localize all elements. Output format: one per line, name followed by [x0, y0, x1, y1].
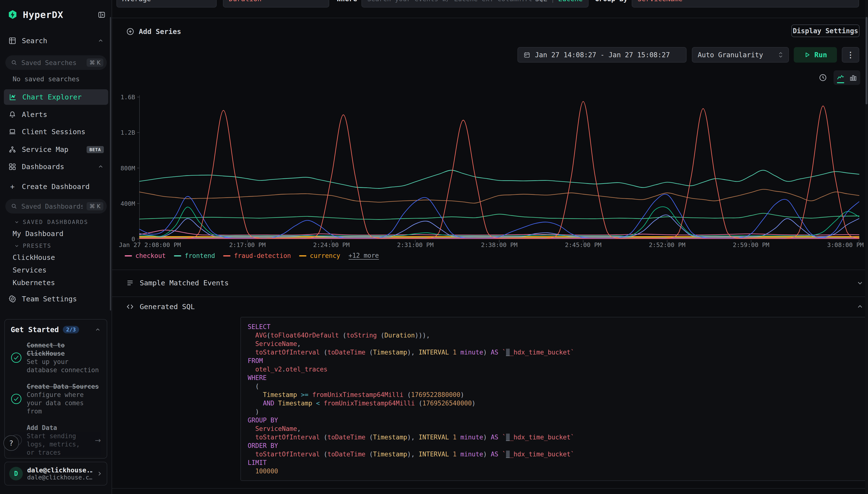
legend-item[interactable]: fraud-detection	[223, 252, 291, 259]
chart-type-switcher	[833, 70, 860, 85]
sidebar-item-label: Alerts	[22, 110, 104, 119]
search-icon	[11, 59, 17, 66]
hyperdx-logo-icon	[7, 10, 18, 20]
sidebar-item-client-sessions[interactable]: Client Sessions	[0, 124, 112, 139]
group-by-input[interactable]: ServiceName	[632, 0, 859, 7]
collapse-sidebar-icon[interactable]	[98, 11, 106, 19]
saved-dashboards-group[interactable]: SAVED DASHBOARDS	[14, 219, 88, 225]
dashboard-item-my-dashboard[interactable]: My Dashboard	[13, 230, 63, 238]
lucene-search-input[interactable]: Search your events w/ Lucene ex: column:…	[362, 0, 589, 7]
calendar-icon	[523, 51, 531, 58]
svg-text:2:52:00 PM: 2:52:00 PM	[649, 242, 686, 248]
dashboards-icon	[8, 163, 17, 171]
task-title: Add Data	[27, 424, 90, 432]
task-add-data[interactable]: 3 Add Data Start sending logs, metrics, …	[11, 424, 101, 457]
chart-explorer-icon	[9, 93, 17, 101]
preset-item-clickhouse[interactable]: ClickHouse	[13, 253, 55, 262]
sidebar-item-dashboards[interactable]: Dashboards	[0, 159, 112, 174]
sql-code: SELECT AVG(toFloat64OrDefault (toString …	[248, 323, 868, 476]
mode-separator: |	[551, 0, 555, 3]
search-icon	[11, 203, 17, 210]
section-title: Generated SQL	[140, 303, 195, 311]
generated-sql-section[interactable]: Generated SQL	[126, 299, 864, 315]
presets-group[interactable]: PRESETS	[14, 243, 52, 249]
create-dashboard-button[interactable]: + Create Dashboard	[0, 179, 112, 194]
svg-text:2:31:00 PM: 2:31:00 PM	[397, 242, 434, 248]
chart-series-checkout	[139, 230, 859, 235]
chevron-down-icon[interactable]	[856, 279, 864, 287]
chevron-up-icon[interactable]	[98, 38, 104, 44]
legend-label: currency	[310, 252, 340, 259]
chevron-down-icon	[205, 0, 211, 2]
line-chart-icon[interactable]	[836, 74, 845, 82]
sidebar-item-alerts[interactable]: Alerts	[0, 107, 112, 122]
no-saved-searches-text: No saved searches	[13, 75, 80, 83]
preset-item-kubernetes[interactable]: Kubernetes	[13, 279, 55, 287]
field-input[interactable]: Duration	[223, 0, 329, 7]
help-button[interactable]: ?	[3, 435, 19, 451]
legend-item[interactable]: frontend	[174, 252, 215, 259]
preset-item-services[interactable]: Services	[13, 266, 46, 274]
run-button[interactable]: Run	[794, 47, 837, 63]
group-label: SAVED DASHBOARDS	[23, 219, 88, 225]
task-title: Create Data Sources	[27, 382, 101, 391]
svg-text:800M: 800M	[120, 165, 135, 172]
plus-icon: +	[8, 183, 17, 191]
user-name: dale@clickhouse.…	[27, 466, 92, 474]
sql-mode-toggle[interactable]: SQL	[535, 0, 547, 3]
timeseries-chart[interactable]: 0400M800M1.2B1.6BJan 27 2:08:00 PM2:17:0…	[119, 92, 864, 259]
avatar: D	[9, 467, 23, 480]
sample-matched-events-section[interactable]: Sample Matched Events	[126, 275, 864, 291]
task-create-data-sources[interactable]: Create Data Sources Configure where your…	[11, 382, 101, 415]
sidebar-item-team-settings[interactable]: Team Settings	[0, 291, 112, 307]
arrow-right-icon: →	[95, 436, 101, 444]
toolbar-divider	[112, 18, 868, 18]
sidebar-item-label: Service Map	[22, 145, 81, 154]
user-email: dale@clickhouse.c…	[27, 474, 92, 481]
sidebar-item-search[interactable]: Search	[0, 33, 112, 49]
display-settings-button[interactable]: Display Settings	[791, 24, 860, 37]
granularity-select[interactable]: Auto Granularity	[692, 47, 789, 63]
svg-text:2:45:00 PM: 2:45:00 PM	[565, 242, 602, 248]
user-menu[interactable]: D dale@clickhouse.… dale@clickhouse.c…	[4, 462, 107, 486]
bell-icon	[8, 110, 17, 119]
chevron-up-icon[interactable]	[856, 303, 864, 310]
legend-item[interactable]: currency	[299, 252, 340, 259]
saved-dashboards-input[interactable]: Saved Dashboards ⌘ K	[5, 199, 107, 213]
bar-chart-icon[interactable]	[849, 74, 857, 82]
search-placeholder: Search your events w/ Lucene ex: column:…	[367, 0, 532, 3]
chevron-up-icon[interactable]	[95, 327, 101, 333]
create-dashboard-label: Create Dashboard	[22, 183, 104, 191]
date-range-picker[interactable]: Jan 27 14:08:27 - Jan 27 15:08:27	[518, 47, 687, 63]
saved-searches-input[interactable]: Saved Searches ⌘ K	[5, 55, 107, 70]
legend-swatch	[299, 255, 306, 256]
group-by-label: Group By	[595, 0, 628, 7]
code-icon	[126, 303, 134, 310]
add-series-label: Add Series	[139, 27, 181, 36]
legend-item[interactable]: checkout	[125, 252, 166, 259]
more-options-button[interactable]: ⋮	[842, 47, 859, 63]
svg-text:400M: 400M	[120, 200, 135, 207]
page-scrollbar[interactable]	[865, 0, 868, 494]
time-format-icon[interactable]	[818, 73, 827, 82]
progress-badge: 2/3	[63, 326, 79, 334]
legend-more-link[interactable]: +12 more	[349, 252, 379, 260]
lucene-mode-toggle[interactable]: Lucene	[558, 0, 583, 3]
chevron-up-icon[interactable]	[98, 164, 104, 170]
add-series-button[interactable]: Add Series	[126, 24, 181, 39]
task-desc: Configure where your data comes from	[27, 391, 101, 415]
task-desc: Set up your database connection	[27, 358, 101, 374]
beta-badge: BETA	[86, 146, 104, 153]
aggregation-select[interactable]: Average	[116, 0, 217, 7]
chevron-down-icon	[14, 219, 19, 225]
list-icon	[126, 279, 134, 287]
legend-label: checkout	[135, 252, 166, 259]
sidebar-item-service-map[interactable]: Service Map BETA	[0, 142, 112, 157]
sidebar-scrollbar[interactable]	[110, 17, 111, 310]
check-circle-icon	[11, 393, 22, 404]
legend-label: fraud-detection	[234, 252, 291, 259]
sidebar-item-chart-explorer[interactable]: Chart Explorer	[4, 89, 108, 105]
svg-text:3:08:00 PM: 3:08:00 PM	[827, 242, 864, 248]
task-connect-clickhouse[interactable]: Connect to ClickHouse Set up your databa…	[11, 341, 101, 374]
sidebar-item-label: Search	[22, 37, 92, 45]
